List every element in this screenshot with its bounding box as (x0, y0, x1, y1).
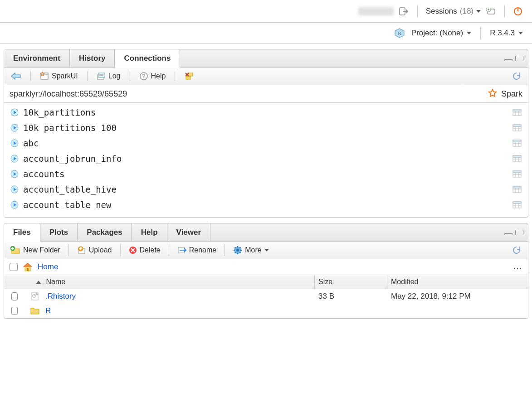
svg-rect-16 (188, 73, 193, 76)
connections-pane: Environment History Connections SparkUI … (4, 49, 528, 218)
table-row[interactable]: accounts (4, 166, 528, 182)
separator (120, 244, 121, 256)
svg-rect-53 (513, 171, 521, 173)
expand-icon[interactable] (10, 201, 19, 209)
files-rows: .Rhistory 33 B May 22, 2018, 9:12 PM R (4, 289, 528, 318)
separator (417, 5, 418, 17)
svg-text:?: ? (142, 73, 145, 79)
r-cube-icon[interactable]: R (394, 28, 405, 39)
table-preview-icon[interactable] (512, 170, 522, 178)
tab-help[interactable]: Help (132, 223, 167, 241)
chevron-down-icon (476, 10, 481, 13)
minimize-pane-icon[interactable] (504, 59, 512, 61)
refresh-button[interactable] (510, 244, 523, 256)
column-header-name[interactable]: Name (36, 275, 315, 289)
tab-plots[interactable]: Plots (40, 223, 78, 241)
column-header-modified[interactable]: Modified (387, 275, 528, 289)
table-name: accounts (23, 169, 65, 179)
connection-url-row: sparklyr://localhost:65529/65529 Spark (4, 85, 528, 103)
connection-type-label: Spark (501, 89, 522, 99)
sessions-dropdown[interactable]: Sessions (18) (426, 7, 481, 16)
expand-icon[interactable] (10, 170, 19, 178)
file-name[interactable]: R (43, 306, 315, 315)
svg-rect-15 (186, 76, 190, 79)
table-preview-icon[interactable] (512, 155, 522, 162)
rename-button[interactable]: Rename (176, 245, 218, 255)
separator (225, 244, 225, 256)
log-button[interactable]: Log (95, 71, 122, 81)
separator (130, 71, 130, 81)
sparkui-button[interactable]: SparkUI (38, 71, 80, 82)
files-header-row: Name Size Modified (4, 275, 528, 289)
expand-icon[interactable] (10, 108, 19, 116)
tab-environment[interactable]: Environment (4, 49, 70, 67)
table-preview-icon[interactable] (512, 140, 522, 147)
separator (30, 71, 31, 81)
table-preview-icon[interactable] (512, 109, 522, 116)
maximize-pane-icon[interactable] (515, 56, 523, 61)
new-folder-button[interactable]: New Folder (9, 245, 62, 255)
refresh-button[interactable] (510, 70, 523, 82)
table-preview-icon[interactable] (512, 124, 522, 131)
table-preview-icon[interactable] (512, 201, 522, 208)
svg-line-80 (240, 252, 241, 253)
table-name: abc (23, 138, 39, 148)
help-button[interactable]: ? Help (137, 71, 168, 82)
file-icon (18, 292, 43, 301)
minimize-pane-icon[interactable] (504, 233, 512, 235)
svg-point-74 (236, 249, 239, 252)
svg-rect-7 (41, 73, 48, 79)
project-label: Project: (None) (411, 29, 463, 38)
files-toolbar: New Folder Upload Delete Rename More (4, 242, 528, 259)
file-name[interactable]: .Rhistory (43, 292, 315, 301)
table-preview-icon[interactable] (512, 186, 522, 193)
table-row[interactable]: abc (4, 136, 528, 151)
table-row[interactable]: account_table_new (4, 197, 528, 213)
column-header-size[interactable]: Size (315, 275, 387, 289)
separator (504, 5, 505, 17)
delete-label: Delete (140, 246, 161, 254)
new-session-icon[interactable] (486, 8, 496, 15)
tab-files[interactable]: Files (4, 223, 40, 242)
back-button[interactable] (9, 71, 23, 81)
spark-star-icon (488, 89, 498, 99)
r-version-dropdown[interactable]: R 3.4.3 (490, 29, 523, 38)
disconnect-button[interactable] (182, 71, 196, 82)
files-breadcrumb: Home ... (4, 259, 528, 275)
column-name-label: Name (46, 278, 65, 286)
table-row[interactable]: account_table_hive (4, 182, 528, 197)
file-size: 33 B (315, 292, 387, 301)
home-icon[interactable] (22, 262, 33, 272)
signout-icon[interactable] (399, 7, 409, 16)
svg-line-79 (235, 247, 236, 248)
more-dropdown[interactable]: More (231, 245, 270, 256)
tab-connections[interactable]: Connections (115, 49, 180, 68)
file-modified: May 22, 2018, 9:12 PM (387, 292, 528, 301)
upload-button[interactable]: Upload (75, 245, 114, 255)
expand-icon[interactable] (10, 139, 19, 147)
table-name: 10k_partitions_100 (23, 123, 117, 133)
breadcrumb-more-icon[interactable]: ... (513, 262, 522, 271)
breadcrumb-home[interactable]: Home (38, 262, 58, 271)
delete-button[interactable]: Delete (127, 245, 162, 255)
help-label: Help (151, 72, 166, 80)
project-dropdown[interactable]: Project: (None) (411, 29, 471, 38)
power-icon[interactable] (513, 6, 523, 16)
row-checkbox[interactable] (11, 292, 18, 300)
maximize-pane-icon[interactable] (515, 230, 523, 235)
expand-icon[interactable] (10, 155, 19, 163)
table-row[interactable]: 10k_partitions_100 (4, 120, 528, 136)
table-row[interactable]: 10k_partitions (4, 105, 528, 120)
expand-icon[interactable] (10, 185, 19, 194)
new-folder-label: New Folder (23, 246, 60, 254)
row-checkbox[interactable] (11, 307, 18, 315)
select-all-checkbox[interactable] (10, 263, 18, 271)
tab-packages[interactable]: Packages (78, 223, 132, 241)
expand-icon[interactable] (10, 124, 19, 132)
separator (68, 244, 69, 256)
tab-history[interactable]: History (70, 49, 115, 67)
table-row[interactable]: account_jobrun_info (4, 151, 528, 166)
tab-viewer[interactable]: Viewer (167, 223, 211, 241)
svg-rect-25 (513, 109, 521, 111)
svg-rect-84 (27, 268, 29, 271)
